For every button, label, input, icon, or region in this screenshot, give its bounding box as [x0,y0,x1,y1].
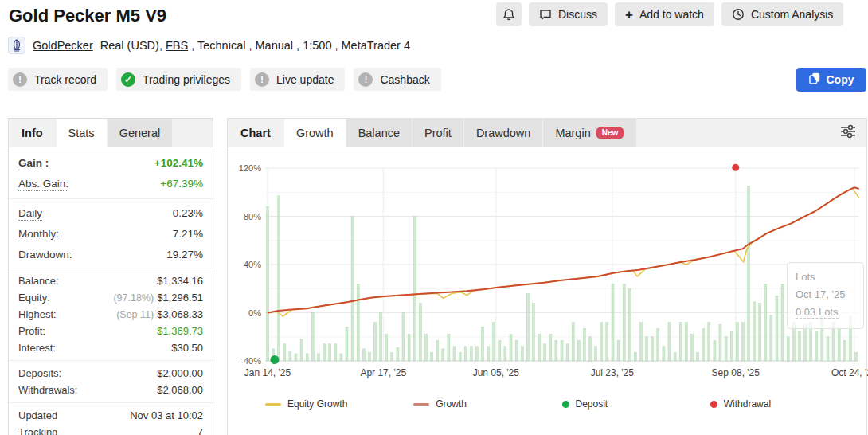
notifications-button[interactable] [496,2,522,26]
tooltip-value: 0.03 Lots [796,306,839,319]
growth-chart-plot[interactable] [265,168,858,361]
stat-label: Updated [18,410,57,421]
series-growth [268,187,858,312]
tab-chart[interactable]: Chart [228,119,283,147]
legend-deposit[interactable]: Deposit [562,398,710,410]
legend-dot-swatch [562,401,569,408]
badge-trading-privileges[interactable]: ✓Trading privileges [116,68,241,91]
stat-row-drawdown: Drawdown:19.27% [9,245,213,264]
y-tick-label: 80% [229,212,261,221]
lots-bar [538,335,541,361]
add-to-watch-button[interactable]: + Add to watch [615,2,714,26]
lots-bar [482,327,484,361]
stat-label: Balance: [18,275,59,287]
stats-group: Balance:$1,334.16Equity:(97.18%)$1,296.5… [9,268,213,360]
stat-row-equity: Equity:(97.18%)$1,296.51 [9,289,213,306]
stats-tabrow: Info StatsGeneral [9,119,213,147]
lots-bar [787,337,789,361]
lots-bar [606,323,608,361]
legend-label: Growth [436,398,467,410]
x-tick-label: Apr 17, '25 [346,367,420,378]
account-name-link[interactable]: GoldPecker [33,39,93,52]
lots-bar [566,344,569,361]
lots-bar [651,337,654,361]
lots-bar [413,217,416,362]
series-equity-growth [268,189,858,316]
lots-bar [323,344,326,361]
account-type: Real (USD), [100,39,166,52]
stat-label: Tracking [18,426,57,435]
stat-row-highest: Highest:(Sep 11)$3,068.33 [9,306,213,323]
lots-bar [748,186,750,361]
lots-bar [526,293,529,361]
lots-bar [380,313,382,362]
tab-drawdown[interactable]: Drawdown [464,119,543,147]
lots-bar [634,352,636,361]
stat-value: 19.27% [166,249,203,261]
copy-button[interactable]: Copy [796,68,866,92]
lots-bar [374,323,377,361]
lots-bar [362,349,365,361]
lots-bar [815,332,818,361]
lots-bar [515,340,518,361]
account-avatar[interactable] [8,37,25,54]
tab-margin[interactable]: MarginNew [543,119,636,147]
lots-bar [318,354,320,361]
stat-value: (97.18%)$1,296.51 [113,292,203,304]
discuss-button[interactable]: Discuss [529,2,608,26]
lots-bar [753,302,756,361]
stat-row-profit: Profit:$1,369.73 [9,323,213,339]
legend-withdrawal[interactable]: Withdrawal [710,398,858,410]
tab-info[interactable]: Info [9,119,56,147]
x-tick-label: Oct 24, '25 [818,367,868,378]
lots-bar [685,323,687,361]
stat-value: 7.21% [173,228,203,240]
tab-general[interactable]: General [108,119,173,147]
stat-label: Daily [18,207,42,221]
badge-label: Live update [276,73,334,86]
lots-bar [770,315,772,362]
lots-bar [391,352,393,361]
badge-label: Trading privileges [143,73,230,86]
tab-profit[interactable]: Profit [412,119,463,147]
lots-bar [385,335,388,361]
stat-label: Gain : [18,157,49,170]
y-tick-label: -40% [229,356,261,366]
y-tick-label: 40% [229,260,261,269]
stats-list: Gain :+102.41%Abs. Gain:+67.39%Daily0.23… [9,147,213,435]
tab-growth[interactable]: Growth [284,119,346,147]
lots-bar [521,347,523,361]
lots-bar [617,340,620,361]
lots-bar [697,352,699,361]
stat-value: Nov 03 at 10:02 [130,410,203,421]
lots-bar [714,340,716,361]
copy-icon [809,72,820,87]
lots-bar [402,313,405,362]
stat-row-daily: Daily0.23% [9,203,213,224]
add-to-watch-label: Add to watch [639,8,704,21]
lots-bar [544,344,546,361]
custom-analysis-button[interactable]: Custom Analysis [721,2,843,26]
badge-live-update[interactable]: !Live update [250,68,345,91]
withdrawal-marker [732,164,739,171]
badge-cashback[interactable]: !Cashback [354,68,440,91]
lots-bar [340,354,342,361]
chart-filter-icon[interactable] [839,123,857,143]
lots-bar [346,327,348,361]
lots-bar [759,303,761,361]
legend-equity-growth[interactable]: Equity Growth [265,398,413,410]
lots-bar [583,328,585,361]
badge-label: Track record [34,73,96,86]
stat-value: $1,369.73 [157,325,203,337]
broker-link[interactable]: FBS [166,39,188,52]
lots-bar [470,347,472,361]
lots-bar [657,328,659,361]
legend-growth[interactable]: Growth [413,398,561,410]
tab-balance[interactable]: Balance [346,119,412,147]
x-tick-label: Jun 05, '25 [459,367,533,378]
tab-stats[interactable]: Stats [57,119,107,147]
plus-icon: + [625,8,633,22]
stats-group: Deposits:$2,000.00Withdrawals:$2,068.00 [9,360,213,402]
badge-track-record[interactable]: !Track record [8,68,108,91]
y-tick-label: 120% [229,163,261,173]
